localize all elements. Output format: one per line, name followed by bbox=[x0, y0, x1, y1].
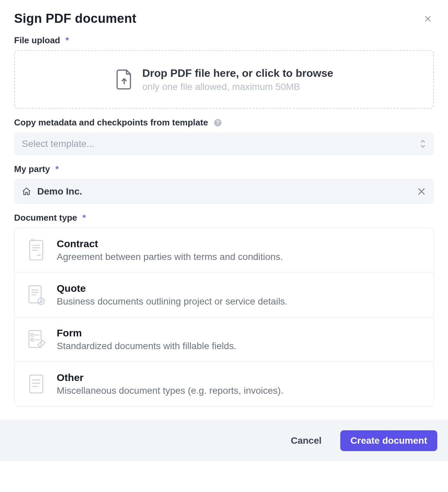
modal: Sign PDF document File upload* Drop PDF … bbox=[0, 0, 448, 461]
doc-type-title: Contract bbox=[57, 238, 283, 250]
doc-type-title: Form bbox=[57, 327, 236, 339]
close-button[interactable] bbox=[422, 13, 434, 25]
doc-type-option-form[interactable]: Form Standardized documents with fillabl… bbox=[14, 317, 434, 362]
doc-type-option-quote[interactable]: Quote Business documents outlining proje… bbox=[14, 273, 434, 317]
document-icon bbox=[27, 373, 46, 395]
template-label: Copy metadata and checkpoints from templ… bbox=[14, 117, 434, 128]
required-marker: * bbox=[65, 35, 69, 46]
file-dropzone[interactable]: Drop PDF file here, or click to browse o… bbox=[14, 50, 434, 109]
document-icon bbox=[27, 328, 46, 351]
svg-rect-7 bbox=[30, 375, 43, 393]
dropzone-title: Drop PDF file here, or click to browse bbox=[142, 67, 333, 79]
select-chevron-icon bbox=[419, 139, 426, 149]
template-select[interactable]: Select template... bbox=[14, 132, 434, 155]
close-icon bbox=[424, 15, 432, 23]
file-upload-icon bbox=[115, 68, 134, 91]
doc-type-desc: Miscellaneous document types (e.g. repor… bbox=[57, 385, 283, 396]
document-icon bbox=[27, 283, 46, 306]
document-type-list: Contract Agreement between parties with … bbox=[14, 228, 434, 406]
cancel-button[interactable]: Cancel bbox=[281, 430, 332, 451]
svg-point-1 bbox=[32, 239, 34, 241]
doc-type-desc: Agreement between parties with terms and… bbox=[57, 252, 283, 262]
home-icon bbox=[22, 187, 31, 196]
doc-type-desc: Standardized documents with fillable fie… bbox=[57, 341, 236, 351]
doc-type-title: Quote bbox=[57, 283, 288, 294]
modal-title: Sign PDF document bbox=[14, 11, 136, 26]
svg-rect-5 bbox=[31, 334, 33, 336]
my-party-value: Demo Inc. bbox=[37, 186, 411, 197]
create-document-button[interactable]: Create document bbox=[340, 430, 437, 451]
file-upload-label: File upload* bbox=[14, 35, 434, 46]
doc-type-desc: Business documents outlining project or … bbox=[57, 296, 288, 307]
clear-party-button[interactable] bbox=[417, 187, 426, 196]
required-marker: * bbox=[83, 213, 86, 223]
document-icon bbox=[27, 239, 46, 262]
dropzone-subtitle: only one file allowed, maximum 50MB bbox=[142, 81, 333, 92]
template-placeholder: Select template... bbox=[22, 139, 94, 149]
doc-type-option-contract[interactable]: Contract Agreement between parties with … bbox=[14, 228, 434, 273]
my-party-label: My party* bbox=[14, 164, 434, 174]
document-type-label: Document type* bbox=[14, 213, 434, 223]
svg-rect-6 bbox=[31, 339, 33, 341]
help-icon[interactable]: ? bbox=[214, 119, 221, 126]
my-party-field[interactable]: Demo Inc. bbox=[14, 179, 434, 204]
doc-type-option-other[interactable]: Other Miscellaneous document types (e.g.… bbox=[14, 362, 434, 406]
required-marker: * bbox=[55, 164, 59, 174]
modal-footer: Cancel Create document bbox=[0, 420, 448, 461]
doc-type-title: Other bbox=[57, 372, 283, 383]
